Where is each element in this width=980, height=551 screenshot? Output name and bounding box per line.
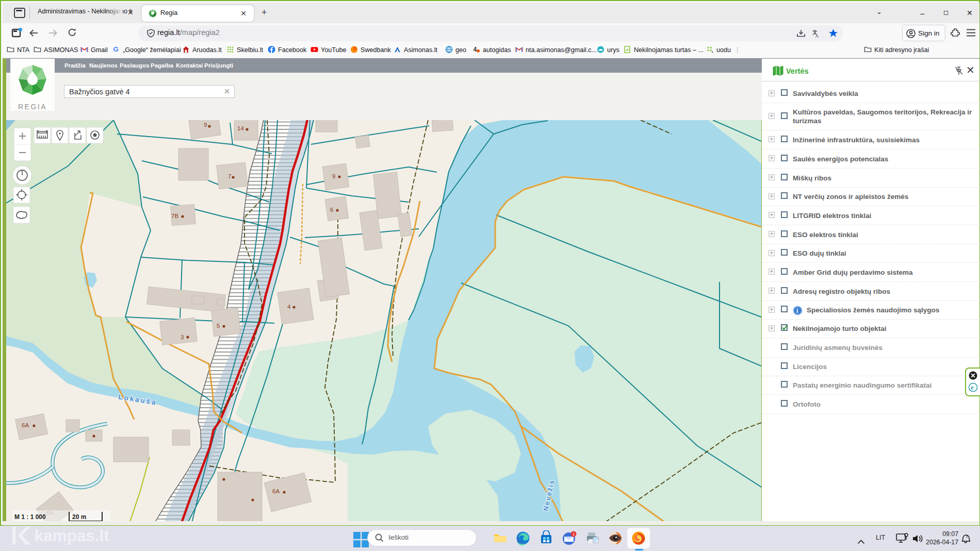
svg-text:G: G	[113, 46, 118, 53]
svg-text:z: z	[966, 535, 968, 538]
svg-text:9: 9	[204, 122, 207, 128]
svg-text:6: 6	[330, 207, 333, 213]
svg-text:3: 3	[181, 334, 184, 340]
svg-text:M 1 : 1 000: M 1 : 1 000	[14, 513, 46, 521]
svg-text:20 m: 20 m	[72, 513, 86, 521]
svg-text:14: 14	[237, 125, 244, 131]
svg-text:9: 9	[332, 173, 335, 179]
svg-text:7B: 7B	[171, 213, 178, 219]
svg-text:1: 1	[573, 532, 575, 537]
svg-text:4: 4	[287, 304, 291, 310]
svg-text:7: 7	[228, 173, 231, 179]
svg-text:6A: 6A	[22, 422, 29, 428]
svg-text:A: A	[815, 34, 819, 39]
svg-text:6A: 6A	[272, 488, 280, 494]
svg-text:e: e	[971, 384, 974, 391]
svg-text:4: 4	[473, 46, 477, 53]
svg-text:5: 5	[217, 323, 220, 329]
svg-text:kampas.lt: kampas.lt	[35, 527, 109, 545]
